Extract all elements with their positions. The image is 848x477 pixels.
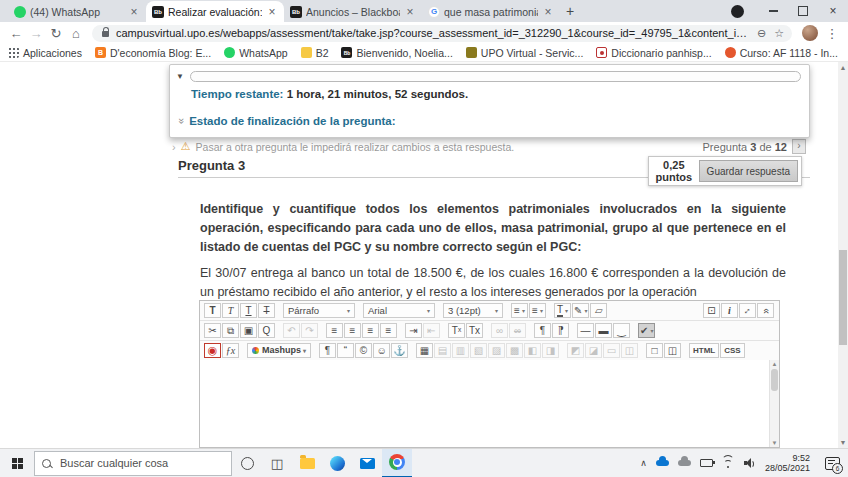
task-view-button[interactable]: ◫	[262, 449, 292, 477]
edge-button[interactable]	[322, 449, 352, 477]
preview-button[interactable]: ⊡	[703, 303, 720, 318]
cortana-button[interactable]	[232, 449, 262, 477]
home-button[interactable]: ⌂	[66, 26, 86, 41]
bold-button[interactable]: T	[204, 303, 221, 318]
font-family-select[interactable]: Arial▾	[363, 303, 435, 318]
save-answer-button[interactable]: Guardar respuesta	[699, 160, 798, 182]
superscript-button[interactable]: Tˣ	[448, 323, 465, 338]
question-status-section[interactable]: » Estado de finalización de la pregunta:	[170, 106, 809, 137]
browser-tab[interactable]: (44) WhatsApp×	[8, 1, 146, 22]
insert-table-button[interactable]: ▦	[416, 343, 433, 358]
font-size-select[interactable]: 3 (12pt)▾	[443, 303, 503, 318]
minimize-button[interactable]	[758, 0, 788, 22]
profile-avatar[interactable]	[802, 25, 818, 41]
tab-close-button[interactable]: ×	[542, 5, 554, 19]
rtl-button[interactable]: ¶	[552, 323, 569, 338]
editor-text-area[interactable]: ▲ ▼	[200, 360, 779, 447]
blockquote-button[interactable]: “	[337, 343, 354, 358]
zoom-icon[interactable]: ⊖	[757, 27, 766, 40]
browser-menu-button[interactable]: ⋮	[822, 26, 842, 41]
emoticon-button[interactable]: ☺	[373, 343, 390, 358]
cut-button[interactable]: ✂	[204, 323, 221, 338]
close-window-button[interactable]: ×	[818, 0, 848, 22]
browser-tab[interactable]: que masa patrimonial pertenece×	[422, 1, 560, 22]
strikethrough-button[interactable]: T	[258, 303, 275, 318]
bookmark-item-upo[interactable]: UPO Virtual - Servic...	[466, 47, 584, 59]
notification-center-button[interactable]: 6	[819, 449, 845, 477]
hr-button[interactable]: ―	[577, 323, 594, 338]
paste-button[interactable]: ▣	[240, 323, 257, 338]
taskbar-search[interactable]	[34, 451, 232, 476]
taskbar-clock[interactable]: 9:52 28/05/2021	[765, 453, 810, 474]
special-characters-button[interactable]: ©	[355, 343, 372, 358]
collapse-toolbar-button[interactable]: «	[757, 303, 774, 318]
bookmark-item-dictionary[interactable]: Diccionario panhisp...	[596, 47, 711, 59]
wifi-icon[interactable]	[722, 458, 735, 468]
scroll-up-icon[interactable]: ▲	[838, 64, 848, 71]
bookmark-item-whatsapp[interactable]: WhatsApp	[224, 47, 287, 59]
italic-button[interactable]: T	[222, 303, 239, 318]
thick-hr-button[interactable]: ▬	[595, 323, 612, 338]
subscript-button[interactable]: Tx	[466, 323, 483, 338]
text-color-button[interactable]: T▾	[554, 303, 571, 318]
page-scrollbar-thumb[interactable]	[839, 250, 847, 345]
forward-button[interactable]: →	[26, 26, 46, 41]
volume-icon[interactable]	[744, 458, 756, 468]
underline-button[interactable]: T	[240, 303, 257, 318]
tab-close-button[interactable]: ×	[404, 5, 416, 19]
bookmark-item-course[interactable]: Curso: AF 1118 - In...	[725, 47, 838, 59]
onedrive-icon[interactable]	[656, 460, 669, 466]
back-button[interactable]: ←	[6, 26, 26, 41]
url-text[interactable]: campusvirtual.upo.es/webapps/assessment/…	[116, 27, 749, 39]
start-button[interactable]	[0, 449, 34, 477]
browser-tab[interactable]: Realizar evaluación: EXAMEN FIN×	[146, 1, 284, 22]
align-justify-button[interactable]: ≡	[380, 323, 397, 338]
tab-close-button[interactable]: ×	[266, 5, 278, 19]
bullet-list-button[interactable]: ≡▾	[511, 303, 528, 318]
bookmark-item-blogger[interactable]: D'economía Blog: E...	[95, 47, 211, 59]
align-center-button[interactable]: ≡	[344, 323, 361, 338]
hidden-icons-chevron[interactable]: ∧	[640, 458, 647, 468]
css-editor-button[interactable]: CSS	[720, 343, 744, 358]
reload-button[interactable]: ↻	[46, 26, 66, 41]
mail-button[interactable]	[352, 449, 382, 477]
browser-tab[interactable]: Anuncios – Blackboard Learn×	[284, 1, 422, 22]
spellcheck-button[interactable]: ✔▾	[638, 323, 655, 338]
next-question-button[interactable]: ›	[792, 139, 806, 154]
maximize-button[interactable]	[788, 0, 818, 22]
html-source-button[interactable]: HTML	[689, 343, 719, 358]
numbered-list-button[interactable]: ≡▾	[529, 303, 546, 318]
battery-icon[interactable]	[700, 459, 713, 467]
editor-scrollbar-thumb[interactable]	[771, 369, 778, 391]
address-bar[interactable]: campusvirtual.upo.es/webapps/assessment/…	[92, 25, 792, 42]
chrome-button[interactable]	[382, 449, 412, 477]
math-editor-button[interactable]: ƒx	[222, 343, 239, 358]
table-border-button[interactable]: □	[646, 343, 663, 358]
help-button[interactable]: i	[721, 303, 738, 318]
fullscreen-button[interactable]: ↕	[739, 303, 756, 318]
copy-button[interactable]: ⧉	[222, 323, 239, 338]
anchor-button[interactable]: ⚓	[391, 343, 408, 358]
highlight-color-button[interactable]: ✎▾	[572, 303, 589, 318]
ltr-button[interactable]: ¶	[534, 323, 551, 338]
remove-formatting-button[interactable]: ▱	[590, 303, 607, 318]
scroll-down-icon[interactable]: ▼	[838, 439, 848, 446]
align-right-button[interactable]: ≡	[362, 323, 379, 338]
bookmark-star-icon[interactable]: ☆	[774, 27, 784, 40]
insert-media-button[interactable]: ◉	[204, 343, 221, 358]
scroll-up-icon[interactable]: ▲	[770, 361, 779, 367]
file-explorer-button[interactable]	[292, 449, 322, 477]
editor-scrollbar[interactable]: ▲ ▼	[769, 360, 779, 447]
paragraph-style-select[interactable]: Párrafo▾	[283, 303, 355, 318]
indent-button[interactable]: ⇥	[405, 323, 422, 338]
bookmark-item-apps[interactable]: Aplicaciones	[8, 47, 82, 59]
nbsp-button[interactable]: ‿	[613, 323, 630, 338]
panel-collapse-icon[interactable]: ▼	[176, 72, 184, 81]
paragraph-mark-button[interactable]: ¶	[319, 343, 336, 358]
find-button[interactable]: Q	[258, 323, 275, 338]
page-scrollbar[interactable]: ▲ ▼	[838, 62, 848, 448]
scroll-down-icon[interactable]: ▼	[770, 440, 779, 446]
bookmark-item-folder[interactable]: B2	[301, 47, 329, 59]
bookmark-item-blackboard[interactable]: Bienvenido, Noelia...	[341, 47, 452, 59]
search-input[interactable]	[58, 456, 202, 470]
